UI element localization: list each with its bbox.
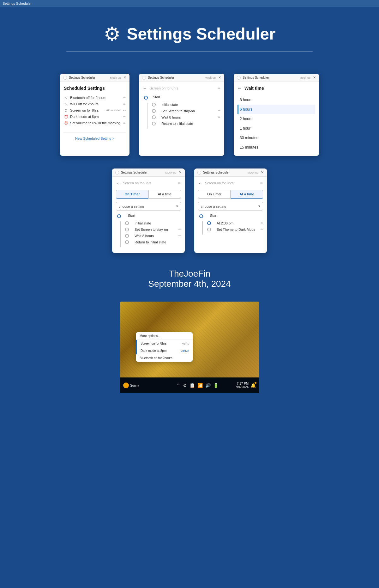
edit-icon[interactable]: ✏ (123, 102, 126, 106)
window1-close[interactable]: ✕ (123, 76, 126, 80)
taskbar-chevron-up-icon[interactable]: ⌃ (177, 383, 180, 388)
wait-option-1h[interactable]: 1 hour (238, 124, 315, 133)
context-menu-screen[interactable]: Screen on for 8hrs ~6hrs (136, 340, 193, 347)
wait-option-6h[interactable]: 6 hours (238, 105, 315, 114)
new-scheduled-setting-link[interactable]: New Scheduled Setting > (64, 132, 126, 140)
node-label-w4: Set Screen to stay-on (135, 228, 175, 231)
edit-icon[interactable]: ✏ (123, 96, 126, 100)
app-header: ⚙ Settings Scheduler (0, 7, 379, 61)
timeline-start-label: Start (153, 95, 220, 99)
setting-dropdown-w5[interactable]: choose a setting ▾ (198, 202, 263, 211)
window-on-timer: Settings Scheduler Mock-up ✕ ← ✏ On Time… (112, 168, 185, 253)
taskbar-volume-icon[interactable]: 🔊 (205, 383, 211, 388)
play-icon: ▷ (64, 102, 68, 106)
mockups-row2: Settings Scheduler Mock-up ✕ ← ✏ On Time… (0, 162, 379, 259)
wait-option-15m[interactable]: 15 minutes (238, 143, 315, 152)
list-item: ▷ WiFi off for 2hours ✏ (64, 101, 126, 107)
setting-dropdown-w4[interactable]: choose a setting ▾ (116, 202, 181, 211)
timeline-node-w4: Set Screen to stay-on ✏ (125, 228, 181, 231)
window4-back-icon[interactable]: ← (116, 181, 120, 186)
item-label: Bluetooth off for 2hours (70, 96, 121, 100)
back-arrow-icon[interactable]: ← (143, 86, 147, 91)
window3-close[interactable]: ✕ (313, 76, 316, 80)
dropdown-label-w5: choose a setting (201, 205, 226, 208)
timeline-node: Set Screen to stay-on ✏ (152, 109, 220, 113)
window3-titlebar: Settings Scheduler Mock-up ✕ (234, 74, 319, 82)
window4-edit-icon[interactable]: ✏ (178, 181, 181, 185)
detail-edit-icon[interactable]: ✏ (218, 86, 220, 90)
edit-icon[interactable]: ✏ (123, 109, 126, 112)
taskbar-gear-icon[interactable]: ⚙ (183, 383, 187, 388)
mockups-row1: Settings Scheduler Mock-up ✕ Scheduled S… (0, 61, 379, 162)
context-menu-dark[interactable]: Dark mode at 8pm Active (136, 347, 193, 354)
taskbar: Sunny ⌃ ⚙ 📋 📶 🔊 🔋 7:17 PM 9/4/2024 🔔 (120, 377, 259, 393)
weather-area: Sunny (123, 383, 139, 388)
window5-name-input[interactable] (205, 181, 258, 185)
window2-mock: Mock-up (205, 76, 216, 79)
timeline-connector: Initial state Set Screen to stay-on ✏ Wa… (147, 103, 220, 129)
tab-at-a-time-w5[interactable]: At a time (231, 190, 263, 199)
context-menu-bluetooth[interactable]: Bluetooth off for 2hours (136, 354, 193, 362)
gear-clock-icon: ⚙ (104, 23, 121, 45)
window5-tabs: On Timer At a time (198, 190, 263, 199)
context-dark-label: Dark mode at 8pm (141, 349, 166, 352)
clock-icon: ⏰ (64, 115, 68, 119)
node-label: Initial state (161, 103, 220, 107)
timeline-edit-icon-w5[interactable]: ✏ (261, 228, 263, 231)
node-label-w4: Wait 8 hours (135, 234, 175, 238)
window4-dot (115, 171, 119, 175)
more-options-item[interactable]: More options... (136, 332, 193, 340)
timeline: Start Initial state Set Screen to stay-o… (144, 95, 220, 129)
window5-back-icon[interactable]: ← (198, 181, 202, 186)
header-divider (66, 51, 313, 52)
item-badge: ~6 hours left (105, 109, 121, 112)
taskbar-clipboard-icon[interactable]: 📋 (190, 383, 195, 388)
taskbar-time: 7:17 PM 9/4/2024 (236, 382, 249, 389)
window5-edit-icon[interactable]: ✏ (260, 181, 263, 185)
wait-option-2h[interactable]: 2 hours (238, 114, 315, 124)
window4-name-input[interactable] (123, 181, 176, 185)
window3-dot (237, 76, 241, 80)
timeline-connector-w4: Initial state Set Screen to stay-on ✏ Wa… (120, 221, 181, 247)
edit-icon[interactable]: ✏ (123, 121, 126, 125)
window4-close[interactable]: ✕ (179, 170, 182, 175)
taskbar-wifi-icon[interactable]: 📶 (197, 383, 203, 388)
date-display: 9/4/2024 (236, 385, 249, 389)
window5-close[interactable]: ✕ (261, 170, 264, 175)
taskbar-center: ⌃ ⚙ 📋 📶 🔊 🔋 (177, 383, 219, 388)
tab-on-timer-w5[interactable]: On Timer (198, 190, 231, 199)
timeline-edit-icon-w4[interactable]: ✏ (178, 234, 181, 237)
item-label: Set volume to 0% in the morning (70, 121, 121, 125)
timeline-node-w4: Initial state (125, 221, 181, 225)
item-label: WiFi off for 2hours (70, 102, 121, 106)
window1-body: Scheduled Settings ▷ Bluetooth off for 2… (60, 82, 129, 144)
wait-option-8h[interactable]: 8 hours (238, 95, 315, 105)
bell-icon-area[interactable]: 🔔 (250, 383, 256, 388)
window5-dot (197, 171, 201, 175)
timeline-edit-icon-w5[interactable]: ✏ (261, 221, 263, 225)
timeline-edit-icon[interactable]: ✏ (218, 109, 220, 113)
window5-detail-header: ← ✏ (198, 181, 263, 186)
taskbar-left: Sunny (123, 383, 139, 388)
window3-title: Settings Scheduler (243, 76, 299, 79)
timeline-node: Return to initial state (152, 122, 220, 126)
timeline-edit-icon[interactable]: ✏ (218, 115, 220, 119)
weather-text: Sunny (130, 384, 139, 387)
clock-icon: ⏰ (64, 121, 68, 125)
window2-close[interactable]: ✕ (218, 76, 221, 80)
tab-on-timer[interactable]: On Timer (116, 190, 148, 199)
wait-back-icon[interactable]: ← (238, 86, 242, 91)
window2-dot (142, 76, 146, 80)
sched-title: Scheduled Settings (64, 86, 126, 91)
bell-dot (255, 382, 256, 384)
taskbar-right: 7:17 PM 9/4/2024 🔔 (236, 377, 256, 393)
wait-option-30m[interactable]: 30 minutes (238, 133, 315, 143)
screen-name-input[interactable] (150, 86, 215, 90)
taskbar-battery-icon[interactable]: 🔋 (213, 383, 219, 388)
window5-mock: Mock-up (247, 171, 258, 174)
context-menu: More options... Screen on for 8hrs ~6hrs… (136, 332, 193, 362)
tab-at-a-time[interactable]: At a time (148, 190, 181, 199)
window5-title: Settings Scheduler (203, 171, 247, 174)
timeline-edit-icon-w4[interactable]: ✏ (178, 228, 181, 231)
edit-icon[interactable]: ✏ (123, 115, 126, 119)
